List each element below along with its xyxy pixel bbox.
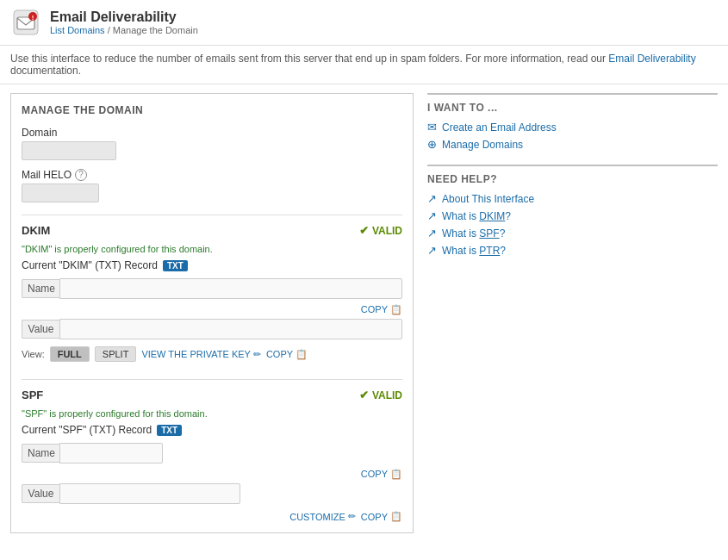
header-text: Email Deliverability List Domains / Mana… [50, 9, 198, 35]
spf-help-icon: ↗ [427, 227, 437, 240]
dkim-copy-row: COPY 📋 [22, 302, 402, 315]
page-header: ! Email Deliverability List Domains / Ma… [0, 0, 728, 46]
spf-txt-badge: TXT [157, 425, 182, 436]
spf-valid-text: "SPF" is properly configured for this do… [22, 408, 402, 419]
app-icon: ! [10, 7, 41, 38]
spf-name-label: Name [22, 444, 59, 463]
dkim-private-key-button[interactable]: VIEW THE PRIVATE KEY ✏ [141, 349, 261, 360]
manage-domains-label: Manage Domains [442, 139, 523, 151]
page-title: Email Deliverability [50, 9, 198, 25]
dkim-copy-icon: 📋 [390, 304, 402, 315]
spf-copy-label: COPY [361, 469, 388, 479]
dkim-check-icon: ✔ [359, 224, 369, 237]
dkim-current-record-line: Current "DKIM" (TXT) Record TXT [22, 259, 402, 271]
dkim-valid-label: VALID [372, 225, 402, 237]
dkim-value-row: Value [22, 319, 402, 339]
svg-text:!: ! [32, 14, 34, 22]
dkim-copy-button[interactable]: COPY 📋 [361, 304, 402, 315]
spf-customize-label: CUSTOMIZE [289, 512, 345, 522]
what-is-spf-link[interactable]: ↗ What is SPF? [427, 227, 718, 240]
what-is-dkim-label: What is DKIM? [442, 210, 511, 222]
spf-customize-button[interactable]: CUSTOMIZE ✏ [289, 511, 356, 522]
dkim-value-label: Value [22, 320, 59, 339]
spf-section: SPF ✔ VALID "SPF" is properly configured… [22, 379, 402, 522]
dkim-split-button[interactable]: SPLIT [95, 346, 137, 362]
spf-copy2-button[interactable]: COPY 📋 [361, 511, 402, 522]
dkim-full-button[interactable]: FULL [50, 346, 90, 362]
create-email-link[interactable]: ✉ Create an Email Address [427, 121, 718, 134]
dkim-copy-label: COPY [361, 304, 388, 314]
breadcrumb-current: Manage the Domain [113, 25, 198, 35]
dkim-valid-text: "DKIM" is properly configured for this d… [22, 244, 402, 254]
domain-input[interactable] [22, 141, 116, 160]
what-is-ptr-label: What is PTR? [442, 245, 506, 257]
about-interface-link[interactable]: ↗ About This Interface [427, 192, 718, 205]
what-is-spf-label: What is SPF? [442, 227, 505, 240]
spf-valid-badge: ✔ VALID [359, 389, 402, 401]
right-panel: I WANT TO ... ✉ Create an Email Address … [427, 93, 718, 533]
mail-helo-label: Mail HELO ? [22, 169, 402, 181]
dkim-private-key-label: VIEW THE PRIVATE KEY [141, 349, 251, 359]
spf-title: SPF [22, 389, 43, 401]
spf-action-row: CUSTOMIZE ✏ COPY 📋 [22, 511, 402, 522]
dkim-section: DKIM ✔ VALID "DKIM" is properly configur… [22, 215, 402, 362]
spf-copy2-icon: 📋 [390, 511, 402, 522]
info-text-before: Use this interface to reduce the number … [10, 53, 606, 65]
create-email-icon: ✉ [427, 121, 437, 134]
spf-name-input [59, 443, 163, 464]
manage-domains-icon: ⊕ [427, 138, 437, 151]
what-is-dkim-link[interactable]: ↗ What is DKIM? [427, 209, 718, 222]
dkim-edit-icon: ✏ [253, 349, 261, 360]
left-panel: MANAGE THE DOMAIN Domain Mail HELO ? [10, 93, 414, 533]
ptr-help-icon: ↗ [427, 244, 437, 257]
manage-box-title: MANAGE THE DOMAIN [22, 104, 402, 116]
dkim-valid-badge: ✔ VALID [359, 224, 402, 237]
spf-valid-label: VALID [372, 389, 402, 401]
domain-label: Domain [22, 127, 402, 139]
dkim-title: DKIM [22, 224, 50, 237]
spf-value-row: Value [22, 483, 402, 504]
need-help-box: NEED HELP? ↗ About This Interface ↗ What… [427, 165, 718, 257]
domain-field-group: Domain [22, 127, 402, 160]
spf-edit-icon: ✏ [348, 511, 356, 522]
spf-copy-row: COPY 📋 [22, 467, 402, 480]
spf-copy-button[interactable]: COPY 📋 [361, 469, 402, 480]
about-icon: ↗ [427, 192, 437, 205]
dkim-help-icon: ↗ [427, 209, 437, 222]
dkim-copy2-label: COPY [266, 349, 293, 359]
breadcrumb-separator: / [108, 25, 110, 35]
dkim-view-label: View: [22, 349, 45, 359]
create-email-label: Create an Email Address [442, 121, 557, 134]
email-deliverability-link[interactable]: Email Deliverability [608, 53, 695, 65]
info-text-after: documentation. [10, 65, 81, 77]
spf-value-input [59, 483, 240, 504]
breadcrumb-list-domains[interactable]: List Domains [50, 25, 105, 35]
spf-current-record-text: Current "SPF" (TXT) Record [22, 424, 152, 436]
info-bar: Use this interface to reduce the number … [0, 46, 728, 84]
spf-current-record-line: Current "SPF" (TXT) Record TXT [22, 424, 402, 436]
manage-domains-link[interactable]: ⊕ Manage Domains [427, 138, 718, 151]
dkim-copy2-icon: 📋 [296, 349, 308, 360]
need-help-title: NEED HELP? [427, 173, 718, 185]
dkim-name-label: Name [22, 279, 59, 298]
dkim-name-input [59, 278, 402, 299]
mail-helo-help-icon[interactable]: ? [75, 169, 87, 181]
what-is-ptr-link[interactable]: ↗ What is PTR? [427, 244, 718, 257]
spf-copy-icon: 📋 [390, 469, 402, 480]
spf-check-icon: ✔ [359, 389, 369, 401]
dkim-txt-badge: TXT [163, 260, 188, 271]
want-to-title: I WANT TO ... [427, 102, 718, 114]
manage-box: MANAGE THE DOMAIN Domain Mail HELO ? [10, 93, 414, 533]
want-to-box: I WANT TO ... ✉ Create an Email Address … [427, 93, 718, 151]
dkim-copy2-button[interactable]: COPY 📋 [266, 349, 308, 360]
breadcrumb: List Domains / Manage the Domain [50, 25, 198, 35]
dkim-current-record-text: Current "DKIM" (TXT) Record [22, 259, 158, 271]
dkim-name-row: Name [22, 278, 402, 299]
spf-value-label: Value [22, 484, 59, 503]
about-interface-label: About This Interface [442, 193, 534, 205]
dkim-value-input [59, 319, 402, 339]
spf-name-row: Name [22, 443, 402, 464]
mail-helo-field-group: Mail HELO ? [22, 169, 402, 202]
mail-helo-input[interactable] [22, 184, 99, 202]
dkim-view-row: View: FULL SPLIT VIEW THE PRIVATE KEY ✏ … [22, 346, 402, 362]
